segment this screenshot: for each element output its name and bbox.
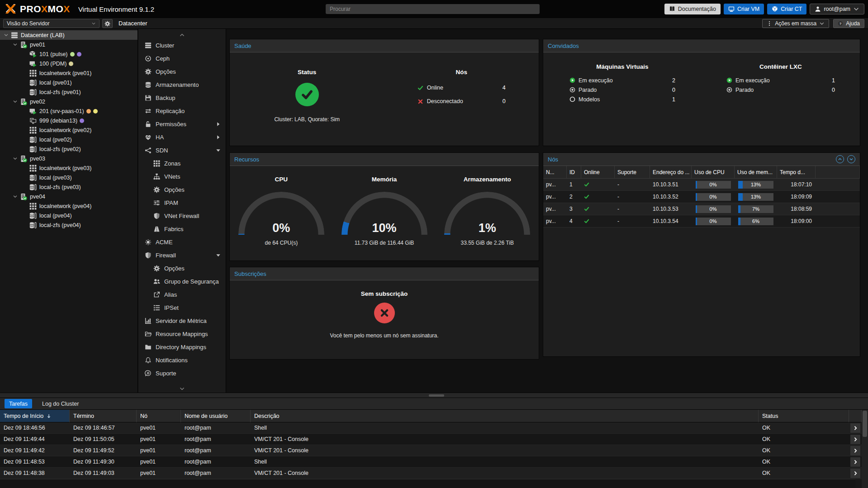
tree-item-localnetwork-pve01[interactable]: localnetwork (pve01) bbox=[0, 68, 138, 78]
menu-item-ha[interactable]: HA bbox=[138, 131, 226, 144]
task-open-button[interactable] bbox=[850, 435, 860, 444]
tab-tarefas[interactable]: Tarefas bbox=[5, 399, 32, 408]
view-mode-select[interactable]: Visão do Servidor bbox=[3, 19, 100, 28]
task-open-button[interactable] bbox=[850, 457, 860, 467]
menu-item-acme[interactable]: ACME bbox=[138, 236, 226, 249]
tree-item-localnetwork-pve02[interactable]: localnetwork (pve02) bbox=[0, 125, 138, 135]
menu-item-suporte[interactable]: Suporte bbox=[138, 367, 226, 380]
menu-item-permiss-es[interactable]: Permissões bbox=[138, 118, 226, 131]
tree-item-101-pulse[interactable]: 101 (pulse) bbox=[0, 49, 138, 59]
menu-item-backup[interactable]: Backup bbox=[138, 91, 226, 104]
menu-scroll-up[interactable] bbox=[138, 29, 226, 39]
nodes-column-header-suporte[interactable]: Suporte bbox=[615, 166, 650, 179]
menu-item-op-es[interactable]: Opções bbox=[138, 262, 226, 275]
tree-item-local-zfs-pve04[interactable]: local-zfs (pve04) bbox=[0, 220, 138, 230]
user-menu-button[interactable]: root@pam bbox=[810, 4, 864, 14]
nodes-column-header-uso-de-cpu[interactable]: Uso de CPU bbox=[692, 166, 735, 179]
caret-down-icon[interactable] bbox=[215, 147, 222, 154]
menu-item-grupo-de-seguran-a[interactable]: Grupo de Segurança bbox=[138, 275, 226, 288]
tree-item-pve01[interactable]: pve01 bbox=[0, 40, 138, 49]
create-ct-button[interactable]: Criar CT bbox=[767, 4, 806, 14]
tree-item-local-pve02[interactable]: local (pve02) bbox=[0, 135, 138, 144]
tasks-column-header-t-rmino[interactable]: Término bbox=[70, 410, 137, 422]
nodes-column-header-uso-de-mem[interactable]: Uso de mem... bbox=[735, 166, 777, 179]
documentation-button[interactable]: Documentação bbox=[664, 4, 721, 14]
tasks-column-header-tempo-de-in-cio[interactable]: Tempo de Início bbox=[0, 410, 70, 422]
menu-item-alias[interactable]: Alias bbox=[138, 288, 226, 301]
bulk-actions-button[interactable]: Ações em massa bbox=[762, 19, 829, 28]
grid-icon bbox=[29, 127, 37, 134]
nodes-column-header-n[interactable]: N... bbox=[543, 166, 567, 179]
tree-item-local-pve03[interactable]: local (pve03) bbox=[0, 173, 138, 182]
caret-right-icon[interactable] bbox=[215, 134, 222, 141]
nodes-column-header[interactable] bbox=[816, 166, 860, 179]
tree-item-label: localnetwork (pve04) bbox=[39, 203, 91, 209]
horizontal-splitter[interactable] bbox=[0, 393, 868, 398]
menu-item-replica-o[interactable]: Replicação bbox=[138, 104, 226, 118]
vm-status-row-value: 2 bbox=[672, 77, 675, 84]
caret-down-icon[interactable] bbox=[12, 194, 19, 199]
menu-item-armazenamento[interactable]: Armazenamento bbox=[138, 78, 226, 91]
tasks-column-header-nome-de-usu-rio[interactable]: Nome de usuário bbox=[181, 410, 251, 422]
create-vm-button[interactable]: Criar VM bbox=[724, 4, 764, 14]
tasks-scrollbar[interactable] bbox=[862, 410, 868, 488]
tree-item-local-zfs-pve02[interactable]: local-zfs (pve02) bbox=[0, 144, 138, 154]
tasks-column-header-status[interactable]: Status bbox=[759, 410, 849, 422]
tree-item-201-srv-paas-01[interactable]: 201 (srv-paas-01) bbox=[0, 106, 138, 116]
tasks-column-header-n[interactable]: Nó bbox=[137, 410, 181, 422]
task-open-button[interactable] bbox=[850, 423, 860, 433]
search-input[interactable] bbox=[326, 4, 540, 14]
task-open-button[interactable] bbox=[850, 469, 860, 478]
menu-item-ceph[interactable]: Ceph bbox=[138, 52, 226, 65]
tree-item-100-pdm[interactable]: 100 (PDM) bbox=[0, 59, 138, 68]
nodes-column-header-tempo-d[interactable]: Tempo d... bbox=[777, 166, 816, 179]
nodes-column-header-endere-o-do[interactable]: Endereço do ... bbox=[650, 166, 692, 179]
menu-item-sdn[interactable]: SDN bbox=[138, 144, 226, 157]
caret-down-icon[interactable] bbox=[3, 33, 9, 38]
caret-down-icon[interactable] bbox=[12, 99, 19, 104]
caret-right-icon[interactable] bbox=[215, 121, 222, 128]
nodes-column-header-online[interactable]: Online bbox=[581, 166, 615, 179]
tasks-scrollbar-thumb[interactable] bbox=[863, 411, 867, 437]
tree-item-pve04[interactable]: pve04 bbox=[0, 192, 138, 201]
tree-item-999-debian13[interactable]: 999 (debian13) bbox=[0, 116, 138, 125]
task-open-button[interactable] bbox=[850, 446, 860, 455]
menu-item-vnets[interactable]: VNets bbox=[138, 170, 226, 183]
caret-down-icon[interactable] bbox=[215, 252, 222, 259]
menu-item-op-es[interactable]: Opções bbox=[138, 65, 226, 78]
tree-item-local-pve04[interactable]: local (pve04) bbox=[0, 211, 138, 220]
menu-item-fabrics[interactable]: Fabrics bbox=[138, 223, 226, 236]
menu-scroll-down[interactable] bbox=[138, 386, 226, 392]
menu-item-label: Grupo de Segurança bbox=[164, 278, 219, 285]
splitter-grip[interactable] bbox=[429, 394, 444, 397]
menu-item-op-es[interactable]: Opções bbox=[138, 183, 226, 196]
menu-item-resource-mappings[interactable]: Resource Mappings bbox=[138, 327, 226, 341]
caret-down-icon[interactable] bbox=[12, 156, 19, 161]
help-button[interactable]: ? Ajuda bbox=[833, 19, 864, 28]
tree-settings-button[interactable] bbox=[102, 19, 113, 28]
collapse-panel-button[interactable] bbox=[836, 155, 844, 163]
menu-item-ipset[interactable]: IPSet bbox=[138, 301, 226, 314]
caret-down-icon[interactable] bbox=[12, 42, 19, 47]
menu-item-ipam[interactable]: IPAM bbox=[138, 196, 226, 209]
nodes-column-header-id[interactable]: ID bbox=[567, 166, 581, 179]
tree-item-localnetwork-pve03[interactable]: localnetwork (pve03) bbox=[0, 163, 138, 173]
menu-item-directory-mappings[interactable]: Directory Mappings bbox=[138, 341, 226, 354]
menu-item-vnet-firewall[interactable]: VNet Firewall bbox=[138, 209, 226, 223]
menu-item-firewall[interactable]: Firewall bbox=[138, 249, 226, 262]
menu-item-cluster[interactable]: Cluster bbox=[138, 39, 226, 52]
expand-panel-button[interactable] bbox=[847, 155, 855, 163]
menu-item-zonas[interactable]: Zonas bbox=[138, 157, 226, 170]
tree-item-datacenter-lab[interactable]: Datacenter (LAB) bbox=[0, 30, 138, 40]
tab-log-do-cluster[interactable]: Log do Cluster bbox=[38, 399, 83, 408]
tree-item-pve02[interactable]: pve02 bbox=[0, 97, 138, 106]
tree-item-local-pve01[interactable]: local (pve01) bbox=[0, 78, 138, 87]
menu-item-servidor-de-m-trica[interactable]: Servidor de Métrica bbox=[138, 314, 226, 327]
menu-item-notifications[interactable]: Notifications bbox=[138, 354, 226, 367]
tree-item-pve03[interactable]: pve03 bbox=[0, 154, 138, 163]
tree-item-local-zfs-pve01[interactable]: local-zfs (pve01) bbox=[0, 87, 138, 97]
tree-item-localnetwork-pve04[interactable]: localnetwork (pve04) bbox=[0, 201, 138, 211]
tree-item-local-zfs-pve03[interactable]: local-zfs (pve03) bbox=[0, 182, 138, 192]
chevron-up-icon bbox=[179, 32, 185, 38]
tasks-column-header-descri-o[interactable]: Descrição bbox=[251, 410, 759, 422]
